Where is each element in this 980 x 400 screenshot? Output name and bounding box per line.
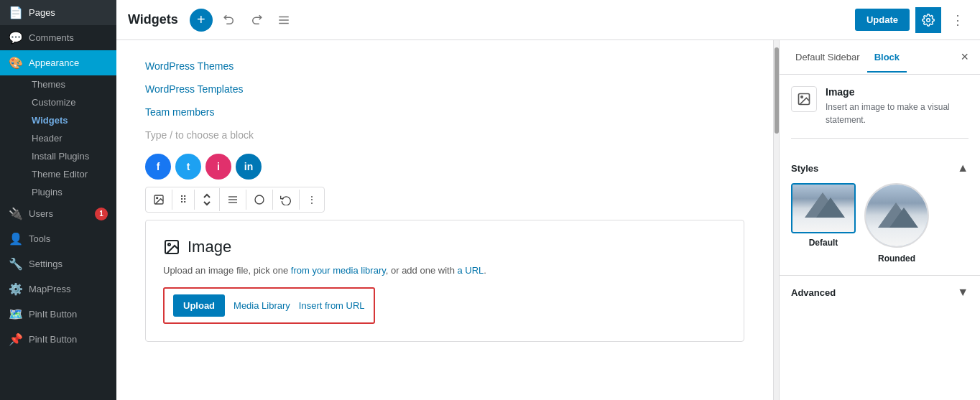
- redo-button[interactable]: [246, 9, 267, 31]
- insert-from-url-button[interactable]: Insert from URL: [299, 300, 365, 311]
- sidebar-item-mappress[interactable]: 🗺️ PinIt Button: [0, 302, 116, 327]
- image-toolbar-icon: [153, 194, 165, 205]
- sidebar-item-menus[interactable]: Header: [26, 129, 116, 147]
- twitter-icon-btn[interactable]: t: [175, 154, 201, 180]
- sidebar-item-pinit-label: PinIt Button: [29, 334, 77, 345]
- sidebar-item-tools-label: Settings: [29, 259, 63, 269]
- toolbar-image-btn[interactable]: [146, 190, 172, 210]
- sidebar-item-settings-label: MapPress: [29, 284, 71, 294]
- media-library-text-link[interactable]: from your media library: [291, 265, 386, 276]
- appearance-icon: 🎨: [9, 56, 23, 70]
- advanced-collapse-button[interactable]: ▼: [957, 286, 969, 299]
- upload-button[interactable]: Upload: [173, 294, 225, 317]
- toolbar-drag-btn[interactable]: ⠿: [172, 190, 195, 210]
- sidebar-item-users[interactable]: 👤 Tools: [0, 226, 116, 251]
- list-icon: [277, 14, 290, 27]
- style-option-default[interactable]: Default: [791, 183, 856, 264]
- block-info-title: Image: [826, 86, 969, 98]
- list-view-button[interactable]: [273, 9, 295, 31]
- wordpress-templates-link[interactable]: WordPress Templates: [145, 78, 744, 101]
- plugins-icon: 🔌: [9, 207, 23, 220]
- url-text-link[interactable]: a URL: [457, 265, 484, 276]
- image-block: Image Upload an image file, pick one fro…: [145, 220, 744, 342]
- sidebar-item-appearance-label: Appearance: [29, 57, 79, 68]
- toolbar-circle-btn[interactable]: [246, 190, 273, 210]
- update-button[interactable]: Update: [855, 9, 910, 31]
- facebook-icon-btn[interactable]: f: [145, 154, 171, 180]
- pinit-icon: 📌: [9, 332, 23, 346]
- sidebar-item-install-plugins[interactable]: Theme Editor: [26, 165, 116, 183]
- sidebar-item-themes[interactable]: Themes: [26, 75, 116, 93]
- style-default-label: Default: [791, 238, 856, 248]
- toolbar-move-btn[interactable]: [195, 188, 220, 211]
- sidebar-item-plugins-label: Users: [29, 208, 53, 219]
- team-members-link[interactable]: Team members: [145, 101, 744, 124]
- instagram-icon-btn[interactable]: i: [205, 154, 231, 180]
- pages-icon: 📄: [9, 6, 23, 19]
- settings-icon: ⚙️: [9, 282, 23, 296]
- linkedin-icon-btn[interactable]: in: [236, 154, 262, 180]
- sidebar-item-pages[interactable]: 📄 Pages: [0, 0, 116, 25]
- undo-button[interactable]: [218, 9, 240, 31]
- sidebar-item-pinit[interactable]: 📌 PinIt Button: [0, 327, 116, 352]
- gear-icon: [922, 14, 935, 27]
- sidebar-item-settings[interactable]: ⚙️ MapPress: [0, 276, 116, 302]
- upload-area: Upload Media Library Insert from URL: [163, 287, 375, 324]
- toolbar-more-btn[interactable]: ⋮: [300, 190, 324, 210]
- sidebar-item-theme-editor[interactable]: Plugins: [26, 183, 116, 201]
- sidebar-item-customize[interactable]: Customize: [26, 93, 116, 111]
- editor-scrollbar[interactable]: [773, 40, 779, 400]
- sidebar-sub-appearance: Themes Customize Widgets Header Install …: [0, 75, 116, 201]
- sidebar-item-themes-label: Themes: [32, 79, 65, 90]
- page-title: Widgets: [128, 12, 178, 27]
- media-library-button[interactable]: Media Library: [234, 300, 290, 311]
- sidebar-item-widgets[interactable]: Widgets: [26, 111, 116, 129]
- svg-point-5: [157, 197, 158, 199]
- sidebar-item-pages-label: Pages: [29, 7, 55, 18]
- image-block-title: Image: [188, 238, 231, 256]
- svg-point-11: [168, 243, 170, 246]
- mappress-icon: 🗺️: [9, 307, 23, 321]
- mountain-image-default: [792, 185, 854, 232]
- topbar: Widgets + Update ⋮: [116, 0, 980, 40]
- style-option-rounded[interactable]: Rounded: [864, 183, 929, 264]
- add-block-button[interactable]: +: [190, 9, 213, 32]
- sidebar-item-tools[interactable]: 🔧 Settings: [0, 251, 116, 276]
- style-rounded-label: Rounded: [864, 254, 929, 264]
- panel-tabs: Default Sidebar Block ×: [780, 40, 980, 75]
- more-options-button[interactable]: ⋮: [947, 8, 969, 32]
- block-info-description: Insert an image to make a visual stateme…: [826, 101, 969, 126]
- sidebar-item-comments[interactable]: 💬 Comments: [0, 25, 116, 50]
- image-block-description: Upload an image file, pick one from your…: [163, 265, 726, 276]
- main-area: Widgets + Update ⋮ WordPress Themes Word…: [116, 0, 980, 400]
- sidebar-item-header[interactable]: Install Plugins: [26, 147, 116, 165]
- image-block-header: Image: [163, 238, 726, 256]
- styles-title: Styles: [791, 163, 818, 174]
- styles-collapse-button[interactable]: ▲: [957, 162, 969, 175]
- sidebar-item-menus-label: Header: [32, 133, 63, 144]
- style-icon: [254, 194, 265, 205]
- mountain-image-rounded: [866, 185, 928, 246]
- sidebar-item-plugins[interactable]: 🔌 Users 1: [0, 201, 116, 226]
- editor-area[interactable]: WordPress Themes WordPress Templates Tea…: [116, 40, 773, 400]
- users-icon: 👤: [9, 232, 23, 246]
- toolbar-align-btn[interactable]: [220, 190, 246, 210]
- settings-panel-button[interactable]: [915, 7, 941, 33]
- undo-icon: [223, 14, 236, 27]
- style-preview-default: [791, 183, 856, 233]
- sidebar: 📄 Pages 💬 Comments 🎨 Appearance Themes C…: [0, 0, 116, 400]
- sidebar-item-widgets-label: Widgets: [32, 115, 68, 126]
- panel-close-button[interactable]: ×: [958, 47, 971, 68]
- tab-block[interactable]: Block: [867, 43, 907, 73]
- tab-default-sidebar[interactable]: Default Sidebar: [788, 43, 867, 73]
- wordpress-themes-link[interactable]: WordPress Themes: [145, 55, 744, 78]
- advanced-header[interactable]: Advanced ▼: [791, 276, 969, 309]
- comments-icon: 💬: [9, 31, 23, 45]
- toolbar-rotate-btn[interactable]: [273, 190, 300, 210]
- move-icon: [202, 192, 212, 207]
- image-block-icon: [163, 238, 180, 256]
- svg-point-3: [927, 18, 930, 22]
- content-area: WordPress Themes WordPress Templates Tea…: [116, 40, 980, 400]
- sidebar-item-mappress-label: PinIt Button: [29, 309, 77, 320]
- sidebar-item-appearance[interactable]: 🎨 Appearance: [0, 50, 116, 75]
